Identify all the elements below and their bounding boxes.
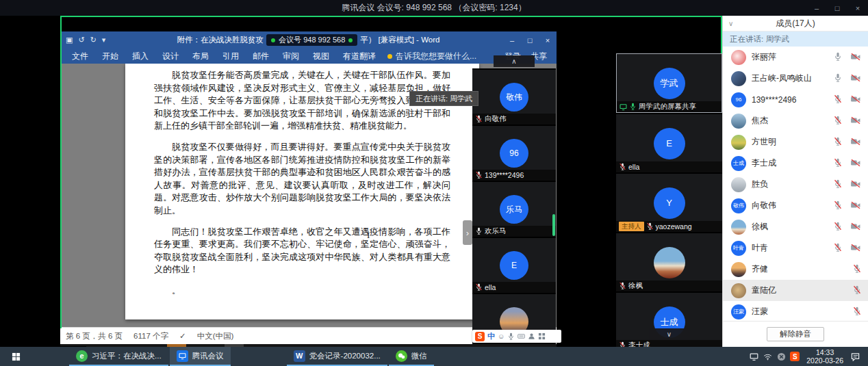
tab-view[interactable]: 视图 [307, 49, 335, 64]
camera-button[interactable] [850, 51, 861, 64]
camera-button[interactable] [850, 115, 861, 127]
wifi-tray-icon[interactable] [761, 348, 774, 365]
tab-mailings[interactable]: 邮件 [246, 49, 275, 64]
member-row[interactable]: 敬伟 向敬伟 [723, 195, 868, 216]
language-indicator[interactable]: 中文(中国) [197, 331, 234, 341]
video-tile-active-speaker[interactable]: 学武 周学武的屏幕共享 [616, 53, 722, 113]
video-tile[interactable]: E ella [616, 113, 722, 172]
camera-button[interactable] [850, 221, 861, 233]
member-row[interactable]: 王占峡-凤鸣岐山 [723, 68, 868, 89]
mic-button[interactable] [834, 157, 842, 170]
camera-button[interactable] [850, 179, 861, 191]
member-row[interactable]: 齐健 [723, 259, 868, 280]
tab-review[interactable]: 审阅 [277, 49, 305, 64]
ime-mode-label[interactable]: 中 [487, 331, 495, 341]
voice-input-icon[interactable] [507, 332, 515, 340]
mic-button[interactable] [853, 263, 861, 276]
member-row[interactable]: 张丽萍 [723, 47, 868, 68]
tab-home[interactable]: 开始 [96, 49, 125, 64]
strip-collapse-button[interactable]: ∧ [494, 55, 535, 67]
unmute-button[interactable]: 解除静音 [767, 327, 824, 341]
member-row[interactable]: 汪蒙 汪蒙 [723, 301, 868, 321]
mic-button[interactable] [834, 242, 842, 254]
save-icon[interactable]: ▣ [66, 36, 73, 44]
scrollbar-next-page-button[interactable]: › [463, 220, 472, 245]
video-tile[interactable]: 敬伟 向敬伟 [472, 68, 556, 125]
mic-button[interactable] [853, 285, 861, 297]
skin-icon[interactable] [528, 332, 535, 340]
qat-more-icon[interactable]: ▾ [102, 36, 106, 44]
word-minimize-button[interactable]: – [503, 36, 521, 44]
redo-icon[interactable]: ↻ [90, 36, 97, 44]
member-row[interactable]: 焦杰 [723, 110, 868, 131]
word-restore-button[interactable]: □ [521, 36, 539, 44]
mic-button[interactable] [834, 51, 842, 64]
mic-button[interactable] [834, 136, 842, 148]
tray-chevron-icon[interactable] [734, 348, 746, 365]
member-row[interactable]: 士成 李士成 [723, 153, 868, 174]
close-button[interactable]: × [847, 0, 868, 16]
camera-button[interactable] [850, 157, 861, 170]
camera-button[interactable] [850, 136, 861, 148]
tab-references[interactable]: 引用 [216, 49, 245, 64]
tab-youdao-translate[interactable]: 有道翻译 [337, 49, 382, 64]
sogou-tray-icon[interactable]: S [789, 348, 801, 365]
emoji-icon[interactable]: ☺ [498, 332, 505, 340]
mic-button[interactable] [834, 200, 842, 212]
spellcheck-icon[interactable]: ✓ [179, 331, 186, 341]
tab-file[interactable]: 文件 [66, 49, 94, 64]
video-tile[interactable]: Y 主持人 yaozewang [616, 172, 722, 232]
undo-icon[interactable]: ↺ [78, 36, 84, 44]
maximize-button[interactable]: □ [827, 0, 847, 16]
tab-insert[interactable]: 插入 [126, 49, 155, 64]
mic-button[interactable] [834, 179, 842, 191]
display-tray-icon[interactable] [748, 348, 760, 365]
taskbar-app-wechat[interactable]: 微信 [389, 347, 434, 366]
panel-collapse-icon[interactable]: ∨ [728, 20, 733, 27]
member-row[interactable]: 叶青 叶青 [723, 237, 868, 259]
action-center-icon[interactable] [849, 348, 861, 365]
toolbox-icon[interactable] [538, 332, 546, 340]
video-tile[interactable]: 士成 李士成 [616, 291, 722, 351]
member-row[interactable]: 96 139****2496 [723, 89, 868, 110]
camera-button[interactable] [850, 73, 861, 85]
avatar: E [654, 128, 685, 159]
mic-button[interactable] [834, 73, 842, 85]
minimize-button[interactable]: – [806, 0, 827, 16]
video-tile[interactable]: E ella [472, 237, 556, 293]
member-row[interactable]: 方世明 [723, 131, 868, 153]
sync-error-tray-icon[interactable] [775, 348, 787, 365]
tab-layout[interactable]: 布局 [186, 49, 215, 64]
sogou-ime-bar[interactable]: S 中 ☺ [472, 330, 561, 343]
mic-button[interactable] [834, 221, 842, 233]
camera-button[interactable] [850, 200, 861, 212]
page-indicator[interactable]: 第 6 页，共 6 页 [66, 331, 123, 341]
strip-collapse-button[interactable]: ∨ [649, 328, 690, 340]
member-row[interactable]: 童陆亿 [723, 280, 868, 301]
mic-button[interactable] [834, 115, 842, 127]
video-tile[interactable]: 96 139****2496 [472, 125, 556, 181]
mic-button[interactable] [834, 94, 842, 106]
taskbar-app-browser[interactable]: e 习近平：在决战决... [69, 347, 168, 366]
start-button[interactable] [0, 347, 31, 366]
camera-button[interactable] [850, 242, 861, 254]
sogou-logo-icon[interactable]: S [475, 332, 485, 341]
local-clock[interactable]: 14:33 2020-03-26 [802, 348, 847, 365]
meeting-id-pill[interactable]: 会议号 948 992 568 [266, 34, 357, 46]
quick-access-toolbar[interactable]: ▣ ↺ ↻ ▾ [60, 36, 105, 44]
member-row[interactable]: 胜负 [723, 174, 868, 195]
taskbar-app-word[interactable]: W 党会记录-2020032... [287, 347, 387, 366]
keyboard-icon[interactable] [518, 332, 525, 340]
video-tile[interactable]: 乐马 欢乐马 [472, 181, 556, 237]
tell-me-box[interactable]: 告诉我您想要做什么... [387, 51, 476, 62]
strip-scrollbar-thumb[interactable] [552, 214, 555, 236]
member-row[interactable]: 徐枫 [723, 216, 868, 237]
camera-button[interactable] [850, 94, 861, 106]
word-count[interactable]: 6117 个字 [133, 331, 168, 341]
mic-button[interactable] [853, 306, 861, 318]
participant-name: 徐枫 [628, 281, 643, 291]
tab-design[interactable]: 设计 [156, 49, 185, 64]
word-close-button[interactable]: × [539, 36, 557, 44]
taskbar-app-meeting[interactable]: 腾讯会议 [170, 347, 231, 366]
video-tile[interactable]: 徐枫 [616, 232, 722, 291]
